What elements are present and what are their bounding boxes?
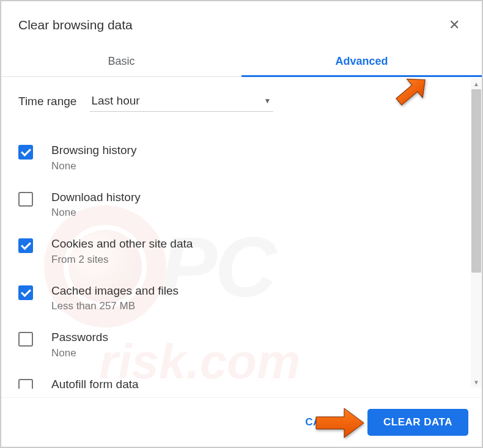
cancel-button[interactable]: CANCEL <box>292 409 364 436</box>
scrollbar-thumb[interactable] <box>471 89 481 273</box>
checkbox[interactable] <box>18 145 33 160</box>
checkbox[interactable] <box>18 238 33 253</box>
clear-data-button[interactable]: CLEAR DATA <box>367 409 468 436</box>
chevron-down-icon: ▼ <box>264 97 271 105</box>
checkbox[interactable] <box>18 332 33 347</box>
option-texts: Autofill form data <box>51 376 139 389</box>
option-texts: Cached images and filesLess than 257 MB <box>51 283 179 313</box>
chevron-down-icon: ▼ <box>473 379 479 386</box>
option-label: Cached images and files <box>51 283 179 299</box>
option-row: PasswordsNone <box>18 321 452 368</box>
option-label: Download history <box>51 189 141 206</box>
time-range-row: Time range Last hour ▼ <box>18 90 452 112</box>
chevron-up-icon: ▲ <box>473 81 479 87</box>
option-texts: Browsing historyNone <box>51 142 136 172</box>
option-row: Cached images and filesLess than 257 MB <box>18 274 452 321</box>
option-row: Autofill form data <box>18 368 452 389</box>
checkbox[interactable] <box>18 192 33 207</box>
option-label: Passwords <box>51 329 108 346</box>
option-row: Download historyNone <box>18 181 452 228</box>
option-sublabel: Less than 257 MB <box>51 300 179 312</box>
scroll-area: Time range Last hour ▼ Browsing historyN… <box>1 77 470 389</box>
tabs-bar: Basic Advanced <box>1 46 482 77</box>
option-sublabel: From 2 sites <box>51 254 193 266</box>
option-sublabel: None <box>51 207 141 219</box>
close-button[interactable]: ✕ <box>444 16 465 34</box>
dialog-footer: CANCEL CLEAR DATA <box>1 397 482 447</box>
option-texts: Download historyNone <box>51 189 141 219</box>
tab-basic[interactable]: Basic <box>1 46 242 76</box>
page-title: Clear browsing data <box>18 18 133 32</box>
checkbox[interactable] <box>18 285 33 300</box>
dialog-content: PC risk.com Time range Last hour ▼ Brows… <box>1 77 482 389</box>
scrollbar-up-button[interactable]: ▲ <box>471 78 482 89</box>
option-sublabel: None <box>51 160 136 172</box>
time-range-value: Last hour <box>91 94 139 108</box>
option-texts: PasswordsNone <box>51 329 108 359</box>
close-icon: ✕ <box>449 17 460 32</box>
option-label: Browsing history <box>51 142 136 159</box>
option-texts: Cookies and other site dataFrom 2 sites <box>51 236 193 266</box>
option-sublabel: None <box>51 347 108 359</box>
option-label: Cookies and other site data <box>51 236 193 252</box>
option-label: Autofill form data <box>51 376 139 389</box>
checkbox[interactable] <box>18 379 33 389</box>
option-row: Cookies and other site dataFrom 2 sites <box>18 227 452 274</box>
option-row: Browsing historyNone <box>18 134 452 181</box>
tab-advanced[interactable]: Advanced <box>242 46 482 76</box>
time-range-select[interactable]: Last hour ▼ <box>90 90 273 112</box>
scrollbar-track[interactable]: ▲ ▼ <box>471 78 482 387</box>
dialog-header: Clear browsing data ✕ <box>1 1 482 46</box>
scrollbar-down-button[interactable]: ▼ <box>471 376 482 387</box>
time-range-label: Time range <box>18 95 76 108</box>
